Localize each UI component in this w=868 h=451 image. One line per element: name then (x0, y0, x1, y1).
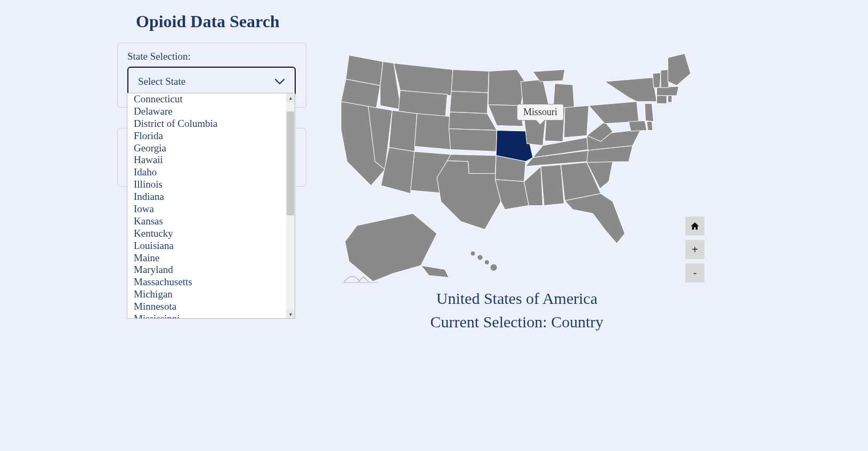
state-hi4[interactable] (490, 264, 498, 271)
state-oh[interactable] (564, 106, 589, 138)
state-nd[interactable] (451, 70, 489, 93)
state-co[interactable] (415, 114, 453, 150)
map-home-button[interactable] (685, 216, 704, 236)
state-hi1[interactable] (470, 251, 475, 256)
state-fl[interactable] (565, 194, 625, 244)
us-map[interactable] (325, 40, 709, 283)
dropdown-option[interactable]: Maryland (127, 264, 295, 276)
dropdown-option[interactable]: Maine (127, 252, 295, 264)
state-hi3[interactable] (484, 260, 489, 265)
state-wi[interactable] (521, 79, 549, 106)
dropdown-option[interactable]: Illinois (127, 179, 295, 191)
scrollbar-thumb[interactable] (287, 111, 294, 215)
dropdown-option[interactable]: Florida (127, 130, 295, 142)
dropdown-option[interactable]: Massachusetts (127, 276, 295, 288)
state-select-placeholder: Select State (138, 76, 185, 87)
dropdown-option[interactable]: Kansas (127, 215, 295, 228)
state-dropdown-list[interactable]: ConnecticutDelawareDistrict of ColumbiaF… (127, 93, 295, 319)
page-title: Opioid Data Search (136, 12, 280, 31)
state-ny[interactable] (605, 78, 657, 102)
chevron-down-icon (274, 75, 285, 88)
state-nj[interactable] (645, 103, 654, 122)
dropdown-option[interactable]: Idaho (127, 166, 295, 179)
map-caption-line2: Current Selection: Country (280, 310, 754, 334)
state-la[interactable] (496, 180, 529, 210)
state-ne[interactable] (449, 112, 497, 131)
dropdown-option[interactable]: Minnesota (127, 301, 295, 313)
dropdown-option[interactable]: Mississippi (127, 313, 295, 318)
state-ks[interactable] (449, 129, 497, 152)
state-selection-label: State Selection: (127, 51, 296, 62)
dropdown-option[interactable]: Connecticut (127, 93, 295, 106)
state-de[interactable] (647, 122, 653, 131)
scrollbar-track[interactable] (286, 102, 295, 310)
state-vt[interactable] (653, 73, 661, 88)
dropdown-option[interactable]: Georgia (127, 142, 295, 155)
state-pa[interactable] (589, 102, 639, 124)
home-icon (690, 221, 700, 231)
scroll-down-arrow[interactable]: ▾ (286, 310, 295, 318)
map-caption: United States of America Current Selecti… (280, 287, 754, 333)
dropdown-option[interactable]: Iowa (127, 203, 295, 215)
scroll-up-arrow[interactable]: ▴ (286, 93, 295, 102)
state-me[interactable] (668, 54, 691, 86)
state-nh[interactable] (661, 70, 669, 88)
map-controls: + - (685, 216, 704, 283)
plotly-logo-icon (343, 271, 380, 284)
dropdown-option[interactable]: District of Columbia (127, 118, 295, 130)
map-zoom-out-button[interactable]: - (685, 263, 704, 283)
map-caption-line1: United States of America (280, 287, 754, 310)
dropdown-option[interactable]: Indiana (127, 191, 295, 203)
dropdown-option[interactable]: Hawaii (127, 154, 295, 166)
map-tooltip: Missouri (517, 104, 564, 120)
state-sd[interactable] (450, 91, 488, 114)
dropdown-option[interactable]: Delaware (127, 106, 295, 118)
state-al[interactable] (541, 165, 564, 206)
state-md[interactable] (629, 121, 647, 132)
dropdown-option[interactable]: Michigan (127, 288, 295, 301)
state-ut[interactable] (389, 110, 417, 151)
state-ct[interactable] (657, 95, 667, 103)
state-select[interactable]: Select State (127, 67, 296, 96)
dropdown-option[interactable]: Kentucky (127, 228, 295, 240)
state-ri[interactable] (668, 95, 672, 102)
map-zoom-in-button[interactable]: + (685, 240, 704, 259)
state-hi2[interactable] (477, 255, 483, 261)
state-mn[interactable] (488, 70, 525, 106)
dropdown-option[interactable]: Louisiana (127, 240, 295, 252)
state-ak-tail[interactable] (421, 265, 449, 278)
